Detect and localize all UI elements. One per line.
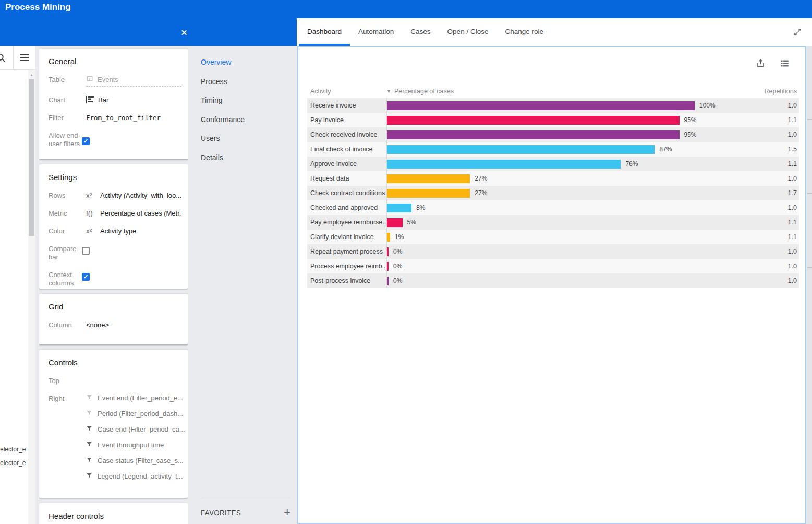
compare-bar-checkbox[interactable] <box>82 247 90 255</box>
percentage-value: 76% <box>625 160 638 168</box>
value-bar[interactable] <box>387 116 680 125</box>
activity-label: Pay employee reimburse... <box>307 219 386 226</box>
filter-field[interactable]: From_to_root_filter <box>86 113 181 122</box>
repetitions-value: 1.1 <box>762 160 799 168</box>
activity-row-check-contract-conditions[interactable]: Check contract conditions27%1.7 <box>307 186 799 200</box>
rows-label: Rows <box>49 191 86 200</box>
bar-cell: 27% <box>386 171 762 186</box>
activity-label: Checked and approved <box>307 204 386 211</box>
activity-table: Activity ▼ Percentage of cases Repetitio… <box>307 85 799 288</box>
scroll-up-icon[interactable]: ▲ <box>28 70 35 77</box>
add-favorite-button[interactable]: + <box>284 508 290 517</box>
activity-row-checked-and-approved[interactable]: Checked and approved8%1.0 <box>307 200 799 215</box>
value-bar[interactable] <box>387 130 680 139</box>
menu-button[interactable] <box>14 46 35 69</box>
search-button[interactable] <box>0 46 14 69</box>
activity-label: Repeat payment process <box>307 248 386 255</box>
nav-item-process[interactable]: Process <box>188 76 297 87</box>
value-bar[interactable] <box>387 189 470 198</box>
rail-truncated-item[interactable]: elector_e <box>0 446 26 453</box>
value-bar[interactable] <box>387 204 411 212</box>
value-bar[interactable] <box>387 101 695 110</box>
allow-filters-checkbox[interactable] <box>82 137 90 145</box>
grid-column-field[interactable]: <none> <box>86 320 181 329</box>
tab-cases[interactable]: Cases <box>402 18 439 46</box>
repetitions-value: 1.1 <box>762 116 799 124</box>
scrollbar-thumb[interactable] <box>29 79 34 236</box>
nav-item-overview[interactable]: Overview <box>188 56 297 68</box>
table-value: Events <box>98 76 118 84</box>
tab-change-role[interactable]: Change role <box>496 18 552 46</box>
color-field[interactable]: x² Activity type <box>86 227 181 235</box>
percentage-value: 0% <box>393 277 402 284</box>
activity-row-repeat-payment-process[interactable]: Repeat payment process0%1.0 <box>307 244 799 259</box>
value-bar[interactable] <box>387 262 389 271</box>
activity-row-check-received-invoice[interactable]: Check received invoice95%1.0 <box>307 127 799 142</box>
filter-funnel-icon <box>86 394 92 402</box>
favorites-section: FAVORITES + <box>201 497 290 517</box>
context-columns-checkbox[interactable] <box>82 273 90 281</box>
table-icon <box>86 75 93 84</box>
repetitions-value: 1.0 <box>762 277 799 284</box>
bar-cell: 95% <box>386 113 762 127</box>
activity-row-clarify-deviant-invoice[interactable]: Clarify deviant invoice1%1.1 <box>307 230 799 244</box>
tab-open-close[interactable]: Open / Close <box>439 18 497 46</box>
activity-row-pay-employee-reimburse[interactable]: Pay employee reimburse...5%1.1 <box>307 215 799 230</box>
value-bar[interactable] <box>387 218 403 227</box>
activity-row-request-data[interactable]: Request data27%1.0 <box>307 171 799 186</box>
col-metric[interactable]: ▼ Percentage of cases <box>386 88 762 95</box>
right-filter-list: Event end (Filter_period_e...Period (Fil… <box>86 394 185 480</box>
value-bar[interactable] <box>387 277 389 285</box>
value-bar[interactable] <box>387 174 470 183</box>
filter-control-item[interactable]: Event end (Filter_period_e... <box>86 394 185 402</box>
tab-automation[interactable]: Automation <box>350 18 402 46</box>
activity-row-pay-invoice[interactable]: Pay invoice95%1.1 <box>307 113 799 127</box>
filter-control-item[interactable]: Case end (Filter_period_ca... <box>86 425 185 433</box>
activity-row-final-check-of-invoice[interactable]: Final check of invoice87%1.5 <box>307 142 799 157</box>
activity-row-post-process-invoice[interactable]: Post-process invoice0%1.0 <box>307 273 799 288</box>
percentage-value: 0% <box>393 263 402 270</box>
rail-truncated-item[interactable]: elector_e <box>0 459 26 467</box>
export-icon[interactable] <box>756 58 766 70</box>
filter-control-item[interactable]: Case status (Filter_case_s... <box>86 457 185 465</box>
filter-control-item[interactable]: Event throughput time <box>86 441 185 449</box>
repetitions-value: 1.7 <box>762 189 799 197</box>
activity-row-process-employee-reimb[interactable]: Process employee reimb...0%1.0 <box>307 259 799 273</box>
dimension-icon: x² <box>86 227 96 235</box>
percentage-value: 1% <box>395 233 404 241</box>
right-edge-scroll-strip[interactable] <box>807 46 812 524</box>
card-header-controls: Header controls <box>39 503 188 524</box>
nav-list: OverviewProcessTimingConformanceUsersDet… <box>188 46 297 163</box>
filter-control-item[interactable]: Period (Filter_period_dash... <box>86 410 185 418</box>
col-repetitions[interactable]: Repetitions <box>762 88 799 95</box>
rail-buttons <box>0 46 35 70</box>
col-activity[interactable]: Activity <box>307 88 386 95</box>
table-field[interactable]: Events <box>86 75 181 87</box>
nav-item-conformance[interactable]: Conformance <box>188 114 297 125</box>
value-bar[interactable] <box>387 160 621 169</box>
nav-item-users[interactable]: Users <box>188 133 297 144</box>
value-bar[interactable] <box>387 233 390 242</box>
percentage-value: 95% <box>684 116 697 124</box>
nav-item-timing[interactable]: Timing <box>188 94 297 106</box>
activity-label: Clarify deviant invoice <box>307 233 386 241</box>
activity-label: Pay invoice <box>307 116 386 124</box>
value-bar[interactable] <box>387 145 655 154</box>
legend-list-icon[interactable] <box>780 58 790 70</box>
tab-dashboard[interactable]: Dashboard <box>299 18 350 46</box>
card-settings: Settings Rows x² Activity (Activity_with… <box>39 164 188 289</box>
chart-type-field[interactable]: Bar <box>86 96 181 104</box>
expand-icon[interactable] <box>793 28 803 37</box>
metric-field[interactable]: f() Percentage of cases (Metr... <box>86 209 181 218</box>
rows-field[interactable]: x² Activity (Activity_with_loo... <box>86 191 181 200</box>
value-bar[interactable] <box>387 247 389 256</box>
filter-control-item[interactable]: Legend (Legend_activity_t... <box>86 472 185 480</box>
close-icon[interactable]: ✕ <box>178 27 190 39</box>
activity-row-receive-invoice[interactable]: Receive invoice100%1.0 <box>307 98 799 113</box>
filter-funnel-icon <box>86 472 92 480</box>
nav-item-details[interactable]: Details <box>188 152 297 163</box>
rail-scrollbar[interactable]: ▲ <box>28 70 35 524</box>
chart-label: Chart <box>49 96 86 104</box>
activity-row-approve-invoice[interactable]: Approve invoice76%1.1 <box>307 157 799 171</box>
card-grid: Grid Column <none> <box>39 294 188 344</box>
